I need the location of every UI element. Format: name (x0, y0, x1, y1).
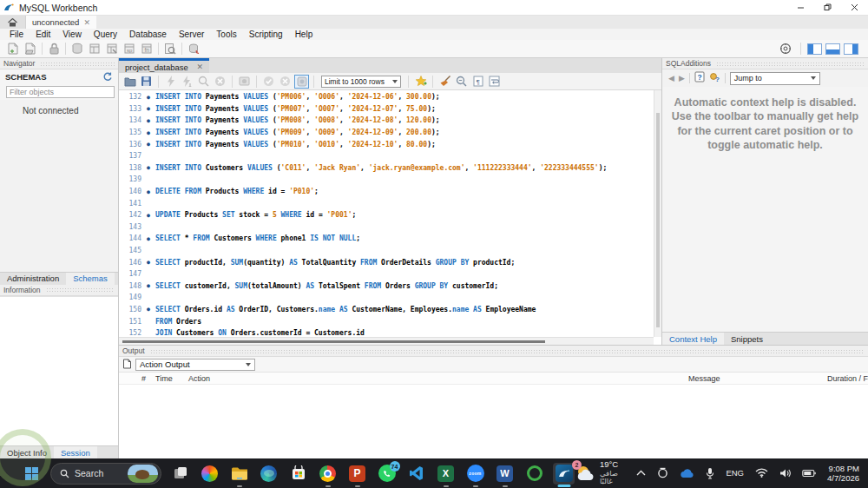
commit-button[interactable] (261, 75, 276, 89)
code-line-140[interactable]: 140●DELETE FROM Products WHERE id = 'P01… (119, 186, 654, 198)
chrome-button[interactable] (317, 463, 339, 485)
back-arrow-icon[interactable]: ◀ (668, 74, 674, 82)
create-procedure-button[interactable]: sp (121, 41, 138, 56)
toggle-left-sidebar-button[interactable] (807, 43, 822, 55)
scrollbar-thumb[interactable] (656, 113, 660, 327)
menu-help[interactable]: Help (289, 30, 319, 39)
powerpoint-button[interactable]: P (346, 463, 368, 485)
refresh-schemas-icon[interactable] (102, 72, 113, 82)
weather-widget[interactable]: 2 19°C صافي غالبًا (575, 460, 625, 486)
explain-statement-button[interactable] (196, 75, 211, 89)
task-view-button[interactable] (169, 463, 191, 485)
cleanup-broom-button[interactable] (437, 75, 452, 89)
recording-circle-icon[interactable] (657, 467, 668, 478)
toggle-stop-on-error-button[interactable] (237, 75, 252, 89)
toggle-autocommit-button[interactable] (294, 75, 309, 89)
code-line-144[interactable]: 144●SELECT * FROM Customers WHERE phone1… (119, 233, 654, 245)
tab-project-database[interactable]: project_database ✕ (119, 58, 209, 73)
menu-edit[interactable]: Edit (30, 30, 56, 39)
context-help-doc-icon[interactable]: ? (694, 70, 705, 86)
close-button[interactable] (841, 0, 868, 15)
tab-unconnected[interactable]: unconnected ✕ (26, 16, 96, 29)
menu-query[interactable]: Query (88, 30, 123, 39)
wifi-icon[interactable] (755, 468, 768, 478)
zoom-button[interactable]: zoom (464, 463, 486, 485)
create-table-button[interactable] (86, 41, 103, 56)
menu-view[interactable]: View (56, 30, 88, 39)
file-explorer-button[interactable] (228, 463, 250, 485)
stop-execution-button[interactable] (213, 75, 227, 89)
code-line-132[interactable]: 132●INSERT INTO Payments VALUES ('PM006'… (119, 91, 654, 103)
code-line-143[interactable]: 143 (119, 221, 654, 234)
copilot-button[interactable] (199, 463, 220, 485)
clock-widget[interactable]: 9:08 PM 4/7/2026 (827, 464, 859, 484)
toggle-word-wrap-button[interactable] (487, 75, 502, 89)
microphone-icon[interactable] (706, 467, 714, 479)
create-schema-button[interactable] (69, 41, 86, 56)
obs-button[interactable] (523, 463, 545, 485)
find-button[interactable] (454, 75, 469, 89)
language-indicator[interactable]: ENG (726, 468, 744, 478)
code-line-145[interactable]: 145 (119, 245, 654, 257)
menu-server[interactable]: Server (173, 30, 210, 39)
code-line-151[interactable]: 151FROM Orders (119, 315, 654, 327)
schemas-section-header[interactable]: SCHEMAS (0, 69, 118, 84)
code-line-136[interactable]: 136●INSERT INTO Payments VALUES ('PM010'… (119, 138, 654, 150)
home-tab[interactable] (0, 16, 26, 29)
new-sql-tab-button[interactable] (4, 41, 22, 56)
code-line-137[interactable]: 137 (119, 150, 654, 162)
tab-snippets[interactable]: Snippets (724, 333, 770, 345)
menu-scripting[interactable]: Scripting (243, 30, 289, 39)
settings-gear-icon[interactable] (777, 41, 794, 56)
tab-close-icon[interactable]: ✕ (83, 18, 90, 27)
code-line-149[interactable]: 149 (119, 292, 654, 304)
execute-current-statement-button[interactable] (180, 75, 194, 89)
code-line-146[interactable]: 146●SELECT productId, SUM(quantity) AS T… (119, 256, 654, 268)
code-line-138[interactable]: 138●INSERT INTO Customers VALUES ('C011'… (119, 162, 654, 175)
toggle-right-sidebar-button[interactable] (844, 43, 858, 55)
output-type-dropdown[interactable]: Action Output (135, 359, 255, 371)
save-script-button[interactable] (139, 75, 154, 89)
onedrive-cloud-icon[interactable] (680, 468, 694, 478)
editor-tab-close-icon[interactable]: ✕ (196, 63, 203, 71)
search-daily-image[interactable] (128, 465, 158, 483)
tab-context-help[interactable]: Context Help (662, 333, 724, 345)
beautify-script-button[interactable] (413, 75, 428, 89)
lock-icon[interactable] (45, 41, 62, 56)
search-objects-button[interactable] (161, 41, 179, 56)
code-line-150[interactable]: 150●SELECT Orders.id AS OrderID, Custome… (119, 304, 654, 316)
open-script-button[interactable] (122, 75, 137, 89)
open-sql-script-button[interactable] (22, 41, 39, 56)
menu-tools[interactable]: Tools (210, 30, 242, 39)
execute-script-button[interactable] (163, 75, 178, 89)
vscode-button[interactable] (405, 463, 427, 485)
code-line-148[interactable]: 148●SELECT customerId, SUM(totalAmount) … (119, 280, 654, 293)
reconnect-dbms-button[interactable] (185, 41, 202, 56)
editor-horizontal-scrollbar[interactable] (119, 337, 654, 345)
tab-schemas[interactable]: Schemas (66, 273, 115, 285)
create-function-button[interactable]: fn (138, 41, 155, 56)
code-line-141[interactable]: 141 (119, 197, 654, 209)
code-line-142[interactable]: 142●UPDATE Products SET stock = 5 WHERE … (119, 209, 654, 221)
restore-button[interactable] (814, 0, 841, 15)
battery-icon[interactable] (802, 469, 816, 478)
editor-vertical-scrollbar[interactable] (654, 90, 661, 337)
volume-icon[interactable] (779, 468, 791, 478)
code-line-135[interactable]: 135●INSERT INTO Payments VALUES ('PM009'… (119, 127, 654, 139)
start-button[interactable] (21, 463, 43, 485)
microsoft-store-button[interactable] (287, 463, 309, 485)
minimize-button[interactable] (787, 0, 814, 15)
limit-rows-dropdown[interactable]: Limit to 1000 rows (321, 76, 401, 88)
output-list-body[interactable] (119, 385, 868, 458)
tab-administration[interactable]: Administration (0, 273, 66, 285)
code-line-139[interactable]: 139 (119, 174, 654, 186)
code-line-152[interactable]: 152JOIN Customers ON Orders.customerId =… (119, 327, 654, 337)
create-view-button[interactable] (103, 41, 121, 56)
tab-object-info[interactable]: Object Info (0, 446, 54, 458)
tray-overflow-chevron[interactable] (636, 470, 646, 476)
sql-code-area[interactable]: 132●INSERT INTO Payments VALUES ('PM006'… (119, 90, 654, 337)
word-button[interactable]: W (494, 463, 516, 485)
jump-to-dropdown[interactable]: Jump to (730, 72, 820, 85)
show-invisible-characters-button[interactable]: ¶ (470, 75, 485, 89)
toggle-auto-help-icon[interactable]: ? (709, 70, 720, 86)
